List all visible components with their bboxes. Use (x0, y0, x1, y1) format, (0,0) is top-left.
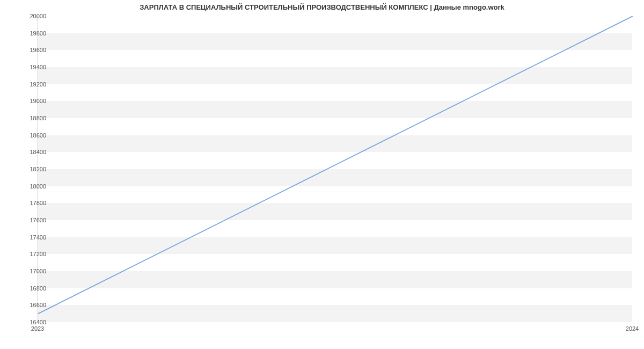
x-tick-label: 2024 (626, 325, 639, 332)
x-tick-label: 2023 (31, 325, 44, 332)
plot-area (38, 16, 632, 322)
chart-title: ЗАРПЛАТА В СПЕЦИАЛЬНЫЙ СТРОИТЕЛЬНЫЙ ПРОИ… (0, 3, 644, 11)
chart-line-svg (38, 16, 633, 322)
series-line (38, 16, 633, 314)
chart-container: ЗАРПЛАТА В СПЕЦИАЛЬНЫЙ СТРОИТЕЛЬНЫЙ ПРОИ… (0, 0, 644, 349)
